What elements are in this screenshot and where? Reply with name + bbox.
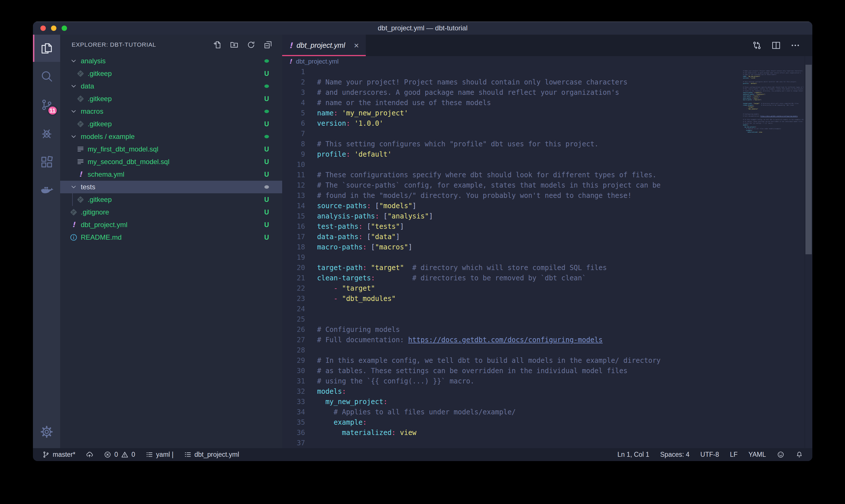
status-item-problems[interactable]: 00 xyxy=(104,451,135,458)
code-line[interactable]: 30# as tables. These settings can be ove… xyxy=(282,366,812,376)
code-line[interactable]: 21clean-targets: # directories to be rem… xyxy=(282,273,812,283)
code-line[interactable]: 35 example: xyxy=(282,417,812,428)
title-bar[interactable]: dbt_project.yml — dbt-tutorial xyxy=(33,21,812,35)
new-file-button[interactable] xyxy=(213,40,222,49)
activity-item-extensions[interactable] xyxy=(33,148,60,176)
tree-item-schema-yml[interactable]: !schema.ymlU xyxy=(60,168,282,181)
open-changes-button[interactable] xyxy=(752,40,762,50)
code-token-pun: : xyxy=(392,429,396,437)
code-line[interactable]: 5name: 'my_new_project' xyxy=(282,108,812,118)
code-token-lnk[interactable]: https://docs.getdbt.com/docs/configuring… xyxy=(408,336,603,344)
code-line[interactable]: 11# These configurations specify where d… xyxy=(282,170,812,180)
code-line[interactable]: 36 materialized: view xyxy=(282,428,812,438)
status-item-indentation[interactable]: Spaces: 4 xyxy=(660,451,689,458)
code-line[interactable]: 14source-paths: ["models"] xyxy=(282,201,812,211)
status-item-git-branch[interactable]: master* xyxy=(42,451,75,458)
status-item-cursor-position[interactable]: Ln 1, Col 1 xyxy=(617,451,649,458)
status-item-notifications[interactable] xyxy=(795,451,803,458)
code-line[interactable]: 3# and underscores. A good package name … xyxy=(282,87,812,98)
code-line[interactable]: 23 - "dbt_modules" xyxy=(282,293,812,304)
refresh-explorer-button[interactable] xyxy=(247,40,255,49)
scrollbar-thumb[interactable] xyxy=(806,65,812,254)
status-item-yaml-outline[interactable]: yaml | xyxy=(145,451,174,458)
tree-item-tests[interactable]: tests xyxy=(60,181,282,193)
close-tab-icon[interactable]: × xyxy=(354,41,359,50)
collapse-folders-button[interactable] xyxy=(264,40,272,49)
code-line[interactable]: 29# In this example config, we tell dbt … xyxy=(282,355,812,366)
tree-item-macros[interactable]: macros xyxy=(60,105,282,118)
compare-icon xyxy=(752,40,762,50)
close-window-button[interactable] xyxy=(40,25,46,31)
code-line[interactable]: 2# Name your project! Project names shou… xyxy=(282,77,812,87)
tree-item-models-example[interactable]: models / example xyxy=(60,130,282,143)
tree-item--gitkeep[interactable]: .gitkeepU xyxy=(60,118,282,130)
tree-item-my-first-dbt-model-sql[interactable]: my_first_dbt_model.sqlU xyxy=(60,143,282,156)
code-line[interactable]: 33 my_new_project: xyxy=(282,397,812,407)
tree-item-analysis[interactable]: analysis xyxy=(60,55,282,67)
code-line[interactable]: 19 xyxy=(282,252,812,263)
code-line[interactable]: 16test-paths: ["tests"] xyxy=(282,221,812,232)
editor-group: ! dbt_project.yml × ! dbt_project.yml 12… xyxy=(282,35,812,448)
more-actions-button[interactable] xyxy=(790,40,800,50)
tree-item--gitkeep[interactable]: .gitkeepU xyxy=(60,67,282,80)
status-item-language-mode[interactable]: YAML xyxy=(749,451,766,458)
code-line[interactable]: 28 xyxy=(282,345,812,355)
activity-item-docker[interactable] xyxy=(33,176,60,205)
code-line[interactable]: 9profile: 'default' xyxy=(282,149,812,160)
tab-dbt-project-yml[interactable]: ! dbt_project.yml × xyxy=(282,35,366,56)
code-token-pun: : xyxy=(346,120,350,127)
code-line[interactable]: 37 xyxy=(282,438,812,448)
code-line[interactable]: 4# name or the intended use of these mod… xyxy=(282,98,812,108)
list-selection-icon xyxy=(145,451,153,458)
split-editor-button[interactable] xyxy=(771,40,781,50)
breadcrumb-item-file[interactable]: dbt_project.yml xyxy=(296,58,339,65)
code-line[interactable]: 6version: '1.0.0' xyxy=(282,118,812,129)
code-line[interactable]: 12# The `source-paths` config, for examp… xyxy=(282,180,812,191)
activity-item-settings[interactable] xyxy=(33,418,60,445)
code-line[interactable]: 17data-paths: ["data"] xyxy=(282,232,812,242)
code-line[interactable]: 24 xyxy=(282,304,812,314)
code-line[interactable]: 32models: xyxy=(282,386,812,397)
line-content: clean-targets: # directories to be remov… xyxy=(317,273,586,283)
code-line[interactable]: 15analysis-paths: ["analysis"] xyxy=(282,211,812,221)
activity-item-debug[interactable] xyxy=(33,119,60,148)
code-line[interactable]: 20target-path: "target" # directory whic… xyxy=(282,263,812,273)
code-line[interactable]: 1 xyxy=(282,67,812,77)
tree-item-dbt-project-yml[interactable]: !dbt_project.ymlU xyxy=(60,218,282,231)
code-token-key: source-paths xyxy=(317,202,367,210)
editor-scrollbar[interactable] xyxy=(805,56,812,448)
code-line[interactable]: 10 xyxy=(282,160,812,170)
tree-item-label: data xyxy=(81,82,94,90)
status-item-file-outline[interactable]: dbt_project.yml xyxy=(184,451,239,458)
tree-item-data[interactable]: data xyxy=(60,80,282,92)
code-line[interactable]: 13# found in the "models/" directory. Yo… xyxy=(282,191,812,201)
code-line[interactable]: 26# Configuring models xyxy=(282,324,812,335)
minimize-window-button[interactable] xyxy=(51,25,56,31)
code-line[interactable]: 34 # Applies to all files under models/e… xyxy=(282,407,812,417)
code-line[interactable]: 31# using the `{{ config(...) }}` macro. xyxy=(282,376,812,386)
new-folder-button[interactable] xyxy=(230,40,239,49)
status-item-sync[interactable] xyxy=(86,451,93,458)
activity-item-source-control[interactable]: 11 xyxy=(33,90,60,119)
breadcrumb[interactable]: ! dbt_project.yml xyxy=(282,56,812,67)
code-editor[interactable]: 12# Name your project! Project names sho… xyxy=(282,67,812,448)
zoom-window-button[interactable] xyxy=(61,25,67,31)
tree-item-my-second-dbt-model-sql[interactable]: my_second_dbt_model.sqlU xyxy=(60,156,282,168)
tree-item--gitkeep[interactable]: .gitkeepU xyxy=(60,92,282,105)
code-line[interactable]: 22 - "target" xyxy=(282,283,812,293)
code-line[interactable]: 25 xyxy=(282,314,812,324)
status-label: UTF-8 xyxy=(700,451,719,458)
status-item-encoding[interactable]: UTF-8 xyxy=(700,451,719,458)
code-line[interactable]: 7 xyxy=(282,129,812,139)
code-line[interactable]: 18macro-paths: ["macros"] xyxy=(282,242,812,252)
status-item-eol[interactable]: LF xyxy=(730,451,738,458)
editor-actions xyxy=(752,35,812,56)
activity-item-explorer[interactable] xyxy=(33,35,60,62)
tree-item-readme-md[interactable]: README.mdU xyxy=(60,231,282,244)
code-line[interactable]: 27# Full documentation: https://docs.get… xyxy=(282,335,812,345)
tree-item--gitignore[interactable]: .gitignoreU xyxy=(60,206,282,218)
tree-item--gitkeep[interactable]: .gitkeepU xyxy=(60,193,282,206)
activity-item-search[interactable] xyxy=(33,62,60,90)
status-item-feedback[interactable] xyxy=(777,451,785,458)
code-line[interactable]: 8# This setting configures which "profil… xyxy=(282,139,812,149)
